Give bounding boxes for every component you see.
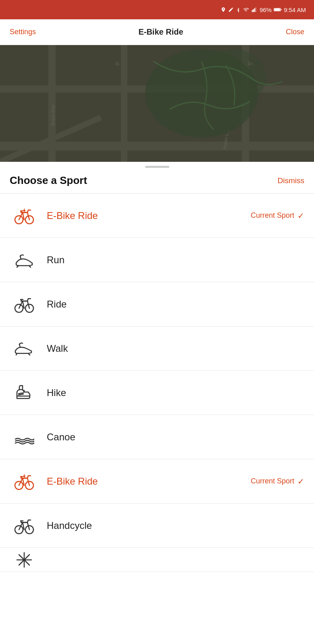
svg-rect-6 [274, 8, 280, 11]
more-icon [10, 548, 39, 572]
sport-item-run[interactable]: Run [0, 238, 314, 282]
settings-button[interactable]: Settings [10, 28, 36, 36]
current-sport-label-2: Current Sport [251, 477, 294, 485]
current-sport-badge-2: Current Sport ✓ [251, 477, 304, 486]
svg-rect-1 [253, 9, 254, 12]
sport-item-handcycle[interactable]: Handcycle [0, 504, 314, 548]
sport-name-handcycle: Handcycle [47, 520, 304, 531]
current-sport-badge-1: Current Sport ✓ [251, 211, 304, 221]
svg-rect-2 [254, 8, 255, 12]
run-icon [10, 246, 39, 275]
battery-icon [274, 7, 282, 12]
svg-rect-5 [281, 9, 281, 10]
signal-icon [251, 7, 258, 12]
battery-percent: 96% [260, 6, 272, 13]
sport-item-ride[interactable]: Ride [0, 282, 314, 326]
sport-name-run: Run [47, 254, 304, 266]
status-bar: 96% 9:54 AM [0, 0, 314, 19]
edit-icon [228, 7, 234, 12]
sport-list: E-Bike Ride Current Sport ✓ Run [0, 194, 314, 572]
bluetooth-icon [236, 7, 241, 12]
walk-icon [10, 334, 39, 363]
check-icon-2: ✓ [297, 477, 304, 486]
sport-name-walk: Walk [47, 343, 304, 354]
sport-item-more[interactable] [0, 548, 314, 572]
ebike-icon-1 [10, 201, 39, 230]
wifi-icon [243, 7, 249, 12]
check-icon-1: ✓ [297, 211, 304, 221]
current-sport-label-1: Current Sport [251, 211, 294, 220]
handcycle-icon [10, 511, 39, 540]
sport-item-hike[interactable]: Hike [0, 371, 314, 415]
sport-name-canoe: Canoe [47, 431, 304, 443]
sport-name-ebike1: E-Bike Ride [47, 210, 251, 221]
canoe-icon [10, 423, 39, 452]
sport-item-canoe[interactable]: Canoe [0, 415, 314, 459]
sport-name-hike: Hike [47, 387, 304, 398]
svg-rect-0 [252, 10, 253, 12]
svg-rect-3 [255, 7, 256, 12]
bike-icon [10, 290, 39, 319]
sheet-title: Choose a Sport [10, 174, 87, 187]
dismiss-button[interactable]: Dismiss [278, 176, 305, 185]
sport-item-ebike1[interactable]: E-Bike Ride Current Sport ✓ [0, 194, 314, 238]
sheet-header: Choose a Sport Dismiss [0, 168, 314, 194]
sport-name-ride: Ride [47, 299, 304, 310]
ebike-icon-2 [10, 467, 39, 496]
drag-handle[interactable] [145, 166, 169, 168]
map-svg: Eolus Way St. Dr. Aspen L... Anthem Ranc… [0, 45, 314, 162]
sport-item-walk[interactable]: Walk [0, 326, 314, 371]
map-view: Eolus Way St. Dr. Aspen L... Anthem Ranc… [0, 45, 314, 162]
time-display: 9:54 AM [284, 6, 306, 13]
sport-item-ebike2[interactable]: E-Bike Ride Current Sport ✓ [0, 459, 314, 504]
location-icon [220, 7, 226, 12]
app-header: Settings E-Bike Ride Close [0, 19, 314, 45]
hike-icon [10, 378, 39, 407]
svg-rect-21 [0, 45, 314, 162]
status-icons: 96% 9:54 AM [220, 6, 306, 13]
sport-name-ebike2: E-Bike Ride [47, 476, 251, 487]
close-button[interactable]: Close [286, 28, 304, 36]
drag-handle-container [0, 162, 314, 168]
header-title: E-Bike Ride [138, 27, 183, 37]
